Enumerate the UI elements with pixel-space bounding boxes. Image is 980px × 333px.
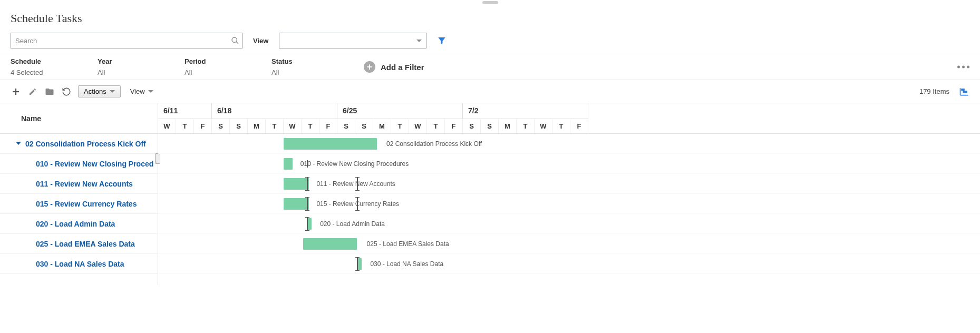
gantt-row: 030 - Load NA Sales Data: [158, 254, 980, 274]
gantt-view-icon[interactable]: [959, 86, 969, 97]
day-header-cell: W: [284, 119, 302, 134]
day-header-cell: S: [463, 119, 481, 134]
task-label: 020 - Load Admin Data: [36, 220, 115, 228]
day-header-cell: S: [230, 119, 248, 134]
view-select[interactable]: [279, 33, 426, 48]
gantt-bar-label: 02 Consolidation Process Kick Off: [382, 134, 482, 154]
toolbar: Actions View 179 Items: [0, 80, 980, 103]
filter-col-year[interactable]: Year All: [98, 57, 185, 76]
task-row[interactable]: 020 - Load Admin Data: [0, 214, 158, 234]
task-row[interactable]: 030 - Load NA Sales Data: [0, 254, 158, 274]
search-icon[interactable]: [231, 36, 239, 45]
gantt-bar-label: 025 - Load EMEA Sales Data: [363, 234, 449, 254]
page-title: Schedule Tasks: [0, 4, 980, 33]
week-header-cell: 7/2: [463, 103, 588, 119]
plus-circle-icon: +: [364, 61, 375, 73]
day-header-cell: S: [355, 119, 373, 134]
week-header-cell: 6/18: [212, 103, 337, 119]
dependency-marker: [307, 217, 308, 231]
chevron-down-icon: [110, 90, 115, 93]
day-header-cell: F: [194, 119, 212, 134]
more-menu-icon[interactable]: [957, 66, 969, 68]
task-label: 015 - Review Currency Rates: [36, 200, 137, 208]
svg-line-1: [236, 42, 238, 44]
task-row[interactable]: 025 - Load EMEA Sales Data: [0, 234, 158, 254]
dependency-marker: [307, 177, 308, 191]
name-column-header[interactable]: Name: [0, 103, 158, 134]
day-header-cell: S: [212, 119, 230, 134]
day-header-cell: T: [266, 119, 284, 134]
week-header-cell: 6/25: [337, 103, 463, 119]
svg-rect-6: [962, 89, 964, 91]
day-header-cell: F: [570, 119, 588, 134]
day-header-cell: T: [517, 119, 535, 134]
add-icon[interactable]: [11, 86, 21, 97]
filter-icon[interactable]: [437, 36, 447, 45]
gantt-row: 015 - Review Currency Rates: [158, 194, 980, 214]
task-label: 025 - Load EMEA Sales Data: [36, 240, 135, 248]
view-menu-button[interactable]: View: [127, 86, 157, 97]
task-list-pane: Name 02 Consolidation Process Kick Off01…: [0, 103, 158, 285]
task-label: 030 - Load NA Sales Data: [36, 260, 124, 268]
day-header-cell: T: [302, 119, 319, 134]
task-label: 010 - Review New Closing Proced: [36, 160, 153, 168]
task-row[interactable]: 015 - Review Currency Rates: [0, 194, 158, 214]
day-header-cell: M: [499, 119, 517, 134]
gantt-row: 025 - Load EMEA Sales Data: [158, 234, 980, 254]
chevron-down-icon: [416, 40, 422, 42]
gantt-bar[interactable]: [284, 138, 377, 150]
chevron-down-icon: [148, 90, 153, 93]
day-header-cell: S: [481, 119, 499, 134]
search-input[interactable]: [11, 33, 242, 48]
search-wrap: [11, 33, 242, 48]
gantt-row: 020 - Load Admin Data: [158, 214, 980, 234]
filter-col-status[interactable]: Status All: [271, 57, 358, 76]
task-row[interactable]: 02 Consolidation Process Kick Off: [0, 134, 158, 154]
edit-icon[interactable]: [27, 86, 38, 97]
gantt-bar[interactable]: [284, 198, 309, 210]
gantt-bar-label: 010 - Review New Closing Procedures: [296, 154, 409, 174]
filter-col-period[interactable]: Period All: [185, 57, 271, 76]
task-row[interactable]: 010 - Review New Closing Proced: [0, 154, 158, 174]
gantt-bar[interactable]: [284, 158, 293, 170]
gantt-bar[interactable]: [284, 178, 309, 190]
dependency-marker: [357, 257, 358, 271]
day-header-cell: S: [337, 119, 355, 134]
day-header-cell: F: [445, 119, 463, 134]
day-header-cell: M: [373, 119, 391, 134]
collapse-icon[interactable]: [16, 142, 21, 145]
add-filter[interactable]: + Add a Filter: [364, 57, 424, 76]
gantt-body[interactable]: 02 Consolidation Process Kick Off010 - R…: [158, 134, 980, 274]
gantt-header: 6/116/186/257/2 WTFSSMTWTFSSMTWTFSSMTWTF: [158, 103, 980, 134]
day-header-cell: F: [319, 119, 337, 134]
filter-col-schedule[interactable]: Schedule 4 Selected: [11, 57, 98, 76]
day-header-cell: W: [409, 119, 427, 134]
gantt-row: 011 - Review New Accounts: [158, 174, 980, 194]
gantt-bar-label: 015 - Review Currency Rates: [312, 194, 399, 214]
day-header-cell: T: [427, 119, 445, 134]
day-header-cell: W: [535, 119, 552, 134]
view-label: View: [253, 37, 268, 45]
task-row[interactable]: 011 - Review New Accounts: [0, 174, 158, 194]
refresh-icon[interactable]: [61, 86, 72, 97]
gantt-row: 010 - Review New Closing Procedures: [158, 154, 980, 174]
day-header-cell: W: [158, 119, 176, 134]
filter-bar: Schedule 4 Selected Year All Period All …: [0, 54, 980, 80]
gantt-bar-label: 011 - Review New Accounts: [312, 174, 395, 194]
dependency-marker: [307, 197, 308, 211]
day-header-cell: T: [176, 119, 194, 134]
gantt-bar[interactable]: [303, 238, 357, 250]
day-header-cell: T: [391, 119, 409, 134]
week-header-cell: 6/11: [158, 103, 212, 119]
task-tree: 02 Consolidation Process Kick Off010 - R…: [0, 134, 158, 285]
gantt-pane: 6/116/186/257/2 WTFSSMTWTFSSMTWTFSSMTWTF…: [158, 103, 980, 285]
day-header-cell: M: [248, 119, 266, 134]
folder-icon[interactable]: [44, 86, 55, 97]
gantt-bar-label: 030 - Load NA Sales Data: [366, 254, 443, 274]
day-header-cell: T: [552, 119, 570, 134]
gantt-bar-label: 020 - Load Admin Data: [316, 214, 385, 234]
svg-point-0: [232, 37, 237, 42]
items-count: 179 Items: [919, 87, 949, 95]
actions-button[interactable]: Actions: [78, 85, 121, 97]
task-label: 011 - Review New Accounts: [36, 180, 133, 188]
